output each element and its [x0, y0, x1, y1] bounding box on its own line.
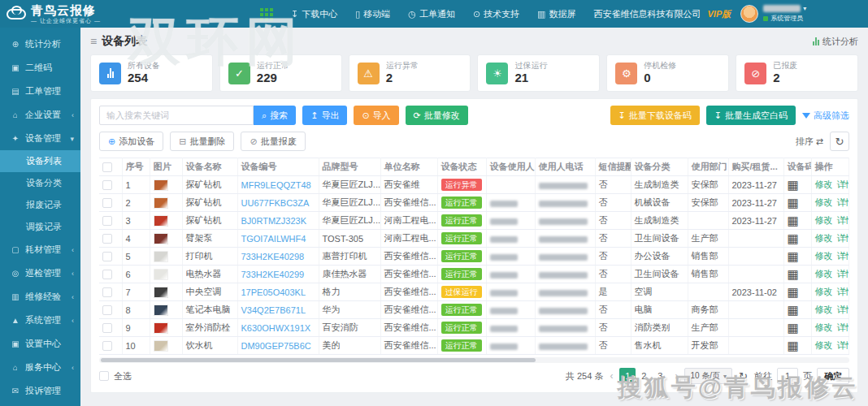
- header-nav-数据屏[interactable]: ▥数据屏: [537, 8, 575, 20]
- stat-card-过保运行[interactable]: ☀过保运行21: [477, 54, 600, 92]
- device-thumbnail[interactable]: [154, 215, 168, 227]
- detail-link[interactable]: 详情: [837, 340, 849, 350]
- edit-link[interactable]: 修改: [815, 251, 833, 261]
- edit-link[interactable]: 修改: [815, 304, 833, 314]
- stat-card-运行异常[interactable]: ⚠运行异常2: [349, 54, 471, 92]
- sidebar-item-二维码[interactable]: ▣二维码: [0, 56, 80, 80]
- device-thumbnail[interactable]: [154, 269, 168, 280]
- page-number-3[interactable]: 3: [652, 368, 668, 384]
- edit-link[interactable]: 修改: [815, 233, 833, 243]
- sidebar-subitem-设备列表[interactable]: 设备列表: [0, 150, 80, 172]
- qr-code-icon[interactable]: ▦: [788, 178, 799, 192]
- sidebar-menu-adjust[interactable]: ≡ 菜单调整: [0, 403, 80, 406]
- stats-analysis-link[interactable]: 统计分析: [813, 36, 858, 48]
- row-checkbox[interactable]: [102, 270, 112, 279]
- device-code-link[interactable]: 17PE05O403KL: [241, 287, 306, 297]
- device-code-link[interactable]: K630OHWX191X: [241, 323, 311, 333]
- page-number-1[interactable]: 1: [619, 368, 636, 384]
- sidebar-subitem-调拨记录[interactable]: 调拨记录: [0, 216, 80, 238]
- export-button[interactable]: ↥导出: [302, 106, 347, 125]
- sidebar-item-设置中心[interactable]: ▣设置中心: [0, 332, 80, 356]
- sidebar-item-投诉管理[interactable]: ✉投诉管理: [0, 379, 80, 403]
- stat-card-所有设备[interactable]: 所有设备254: [90, 54, 213, 92]
- device-thumbnail[interactable]: [154, 179, 168, 191]
- header-checkbox[interactable]: [102, 162, 112, 172]
- device-code-link[interactable]: UU677FKBC3ZA: [241, 198, 310, 208]
- sidebar-item-设备管理[interactable]: ✦设备管理▾: [0, 127, 80, 150]
- advanced-filter-link[interactable]: 高级筛选: [802, 110, 849, 122]
- edit-link[interactable]: 修改: [815, 322, 833, 332]
- horizontal-scrollbar[interactable]: [99, 357, 849, 363]
- header-nav-下载中心[interactable]: ↧下载中心: [291, 8, 337, 20]
- device-thumbnail[interactable]: [154, 197, 168, 209]
- detail-link[interactable]: 详情: [837, 233, 849, 243]
- search-input[interactable]: [99, 106, 254, 125]
- device-code-link[interactable]: 733H2KE40298: [241, 252, 305, 261]
- device-thumbnail[interactable]: [154, 322, 168, 334]
- detail-link[interactable]: 详情: [837, 215, 849, 225]
- sidebar-item-耗材管理[interactable]: ▢耗材管理‹: [0, 238, 80, 261]
- device-thumbnail[interactable]: [154, 340, 168, 352]
- edit-link[interactable]: 修改: [815, 287, 833, 296]
- qr-code-icon[interactable]: ▦: [788, 339, 799, 352]
- sidebar-subitem-设备分类[interactable]: 设备分类: [0, 172, 80, 194]
- edit-link[interactable]: 修改: [815, 215, 833, 225]
- row-checkbox[interactable]: [102, 234, 112, 244]
- qr-code-icon[interactable]: ▦: [788, 249, 799, 263]
- qr-code-icon[interactable]: ▦: [788, 285, 799, 299]
- stat-card-运行正常[interactable]: ✓运行正常229: [219, 54, 342, 92]
- device-thumbnail[interactable]: [154, 233, 168, 244]
- sidebar-item-巡检管理[interactable]: ◎巡检管理‹: [0, 261, 80, 285]
- edit-link[interactable]: 修改: [815, 340, 833, 350]
- device-thumbnail[interactable]: [154, 251, 168, 262]
- stat-card-已报废[interactable]: ⊘已报废2: [736, 54, 858, 92]
- edit-link[interactable]: 修改: [815, 179, 833, 189]
- next-page-button[interactable]: ›: [673, 370, 679, 382]
- row-checkbox[interactable]: [102, 323, 112, 333]
- row-checkbox[interactable]: [102, 287, 112, 297]
- search-button[interactable]: ⌕搜索: [254, 106, 296, 125]
- detail-link[interactable]: 详情: [837, 304, 849, 314]
- select-all-checkbox[interactable]: [99, 371, 109, 381]
- row-checkbox[interactable]: [102, 341, 112, 351]
- device-code-link[interactable]: DM90GEP75B6C: [241, 341, 311, 351]
- avatar[interactable]: [740, 5, 758, 23]
- row-checkbox[interactable]: [102, 198, 112, 208]
- device-code-link[interactable]: MFR9LEQQZT48: [241, 180, 311, 190]
- add-device-button[interactable]: ⊕添加设备: [99, 132, 163, 151]
- batch-delete-button[interactable]: ⊟批量删除: [170, 132, 234, 151]
- page-size-select[interactable]: 10 条/页▾: [684, 368, 732, 384]
- header-nav-移动端[interactable]: ▯移动端: [355, 8, 390, 20]
- device-code-link[interactable]: TGOI7AILWHF4: [241, 234, 306, 244]
- qr-code-icon[interactable]: ▦: [788, 303, 799, 317]
- confirm-button[interactable]: 确定: [817, 368, 849, 384]
- row-checkbox[interactable]: [102, 252, 112, 261]
- stat-card-停机检修[interactable]: ⚙停机检修0: [606, 54, 729, 92]
- qr-code-icon[interactable]: ▦: [788, 214, 799, 227]
- sidebar-item-维修经验[interactable]: ▥维修经验‹: [0, 285, 80, 309]
- sidebar-item-工单管理[interactable]: ▤工单管理: [0, 80, 80, 103]
- device-thumbnail[interactable]: [154, 287, 168, 298]
- refresh-button[interactable]: ↻: [830, 132, 849, 151]
- batch-edit-button[interactable]: ⟳批量修改: [406, 106, 468, 125]
- goto-page-input[interactable]: [777, 368, 798, 384]
- detail-link[interactable]: 详情: [837, 179, 849, 189]
- detail-link[interactable]: 详情: [837, 322, 849, 332]
- qr-code-icon[interactable]: ▦: [788, 321, 799, 335]
- device-thumbnail[interactable]: [154, 304, 168, 316]
- row-checkbox[interactable]: [102, 180, 112, 190]
- header-nav-技术支持[interactable]: ⊙技术支持: [473, 8, 519, 20]
- batch-scrap-button[interactable]: ⊘批量报废: [241, 132, 305, 151]
- device-code-link[interactable]: V34Q2E7B671L: [241, 305, 306, 315]
- sidebar-item-统计分析[interactable]: ⊕统计分析: [0, 32, 80, 56]
- prev-page-button[interactable]: ‹: [608, 370, 614, 382]
- row-checkbox[interactable]: [102, 305, 112, 315]
- qr-code-icon[interactable]: ▦: [788, 231, 799, 245]
- device-code-link[interactable]: BJ0RTMZJ323K: [241, 216, 307, 226]
- qr-code-icon[interactable]: ▦: [788, 267, 799, 281]
- import-button[interactable]: ⊙导入: [354, 106, 398, 125]
- sidebar-item-企业设置[interactable]: ⌂企业设置‹: [0, 103, 80, 127]
- batch-generate-blank-codes-button[interactable]: ↧批量生成空白码: [706, 106, 796, 125]
- page-number-2[interactable]: 2: [636, 368, 652, 384]
- row-checkbox[interactable]: [102, 216, 112, 226]
